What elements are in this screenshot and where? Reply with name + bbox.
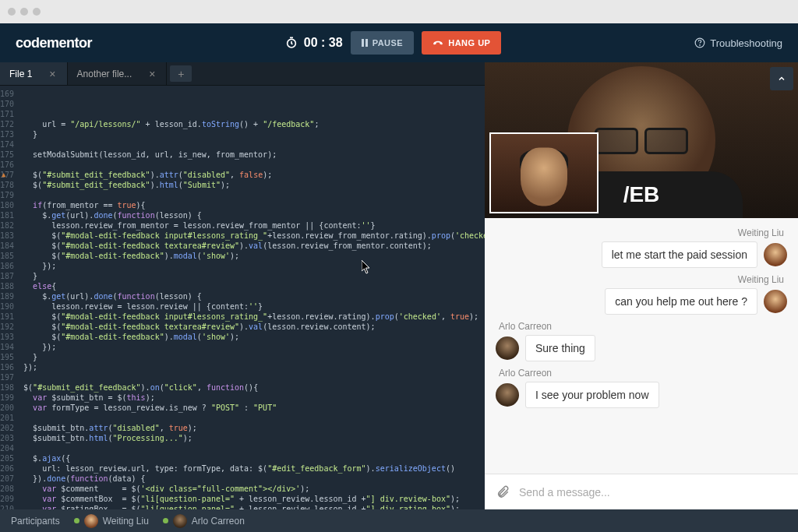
code-line[interactable]: } <box>23 129 485 139</box>
code-line[interactable]: $("#modal-edit-feedback input#lessons_ra… <box>23 231 485 241</box>
main-layout: File 1×Another file...×+ 169170171172173… <box>0 62 798 509</box>
fold-icon[interactable]: - <box>2 261 5 271</box>
warning-icon[interactable]: ▲ <box>2 170 5 180</box>
code-line[interactable]: var $submit_btn = $(this); <box>23 393 485 403</box>
code-line[interactable]: if(from_mentor == true){ <box>23 200 485 210</box>
code-line[interactable]: $submit_btn.html("Processing..."); <box>23 433 485 443</box>
avatar[interactable] <box>764 290 787 313</box>
chat-message-group: Weiting Liulet me start the paid session <box>496 227 787 268</box>
code-line[interactable]: var $commentBox = $("li[question-panel="… <box>23 494 485 504</box>
code-line[interactable] <box>23 160 485 170</box>
fold-icon[interactable]: - <box>2 180 5 190</box>
fold-icon[interactable]: - <box>2 352 5 362</box>
editor-tab[interactable]: File 1× <box>0 62 68 85</box>
window-close-dot[interactable] <box>8 8 16 16</box>
line-number: 197 <box>0 372 14 382</box>
code-line[interactable] <box>23 413 485 423</box>
line-number: 193 <box>0 332 14 342</box>
hangup-button[interactable]: HANG UP <box>422 31 501 55</box>
line-number: 188 <box>0 281 14 291</box>
code-line[interactable]: lesson.review_from_mentor = lesson.revie… <box>23 220 485 231</box>
code-line[interactable]: var $comment = $('<div class="full-comme… <box>23 484 485 494</box>
code-line[interactable]: $.get(url).done(function(lesson) { <box>23 210 485 220</box>
window-maximize-dot[interactable] <box>33 8 41 16</box>
code-line[interactable]: lesson.review = lesson.review || {conten… <box>23 301 485 312</box>
code-line[interactable]: }); <box>23 362 485 372</box>
chat-message-group: Arlo CarreonSure thing <box>496 321 787 361</box>
chat-sender-name: Weiting Liu <box>735 274 787 285</box>
code-line[interactable] <box>23 190 485 200</box>
code-line[interactable]: $("#submit_edit_feedback").attr("disable… <box>23 170 485 180</box>
avatar[interactable] <box>496 383 519 407</box>
code-line[interactable] <box>23 443 485 453</box>
code-line[interactable]: }); <box>23 261 485 271</box>
chat-message-input[interactable] <box>519 486 787 499</box>
line-number: 190 <box>0 301 14 312</box>
fold-icon[interactable]: - <box>2 423 5 433</box>
code-line[interactable]: } <box>23 352 485 362</box>
pause-icon <box>362 39 368 47</box>
line-number: 210 <box>0 504 14 509</box>
code-body[interactable]: url = "/api/lessons/" + lesson_id.toStri… <box>19 86 485 509</box>
line-number: 208 <box>0 484 14 494</box>
code-line[interactable]: url: lesson_review.url, type: formType, … <box>23 463 485 474</box>
code-line[interactable]: $("#modal-edit-feedback textarea#review"… <box>23 322 485 332</box>
status-dot-icon <box>74 518 79 523</box>
code-line[interactable]: var $ratingBox = $("li[question-panel=" … <box>23 504 485 509</box>
line-number: 201 <box>0 413 14 423</box>
code-line[interactable]: setModalSubmit(lesson_id, url, is_new, f… <box>23 150 485 160</box>
video-self-pip[interactable] <box>489 132 598 213</box>
line-number: 206 <box>0 463 14 474</box>
code-line[interactable]: $.ajax({ <box>23 453 485 463</box>
code-line[interactable]: $("#submit_edit_feedback").on("click", f… <box>23 382 485 393</box>
code-line[interactable]: else{ <box>23 281 485 291</box>
avatar[interactable] <box>764 243 787 266</box>
line-number: 183 <box>0 231 14 241</box>
video-panel: /EB <box>485 62 798 218</box>
chat-bubble: I see your problem now <box>525 382 659 408</box>
participant-item[interactable]: Arlo Carreon <box>163 514 245 528</box>
chat-sender-name: Weiting Liu <box>735 227 787 238</box>
tab-close-icon[interactable]: × <box>48 68 57 80</box>
collapse-video-button[interactable] <box>770 67 793 90</box>
code-line[interactable]: }); <box>23 342 485 352</box>
attachment-icon[interactable] <box>496 485 510 499</box>
session-timer: 00 : 38 <box>285 36 343 50</box>
line-number: 209 <box>0 494 14 504</box>
code-line[interactable] <box>23 139 485 150</box>
line-number: 174 <box>0 139 14 150</box>
code-line[interactable]: $submit_btn.attr("disabled", true); <box>23 423 485 433</box>
code-line[interactable]: $("#modal-edit-feedback input#lessons_ra… <box>23 312 485 322</box>
line-number: 176 <box>0 160 14 170</box>
participant-item[interactable]: Weiting Liu <box>74 514 149 528</box>
line-number: 205 <box>0 453 14 463</box>
code-area[interactable]: 169170171172173174175176▲177-17817918018… <box>0 86 485 509</box>
app-header: codementor 00 : 38 PAUSE HANG UP Trouble… <box>0 23 798 62</box>
pause-button[interactable]: PAUSE <box>351 31 415 55</box>
line-number: ▲177 <box>0 170 14 180</box>
code-line[interactable]: $.get(url).done(function(lesson) { <box>23 291 485 301</box>
code-line[interactable]: $("#modal-edit-feedback textarea#review"… <box>23 241 485 251</box>
browser-chrome <box>0 0 798 23</box>
code-line[interactable]: url = "/api/lessons/" + lesson_id.toStri… <box>23 119 485 129</box>
avatar[interactable] <box>496 336 519 360</box>
line-number: 189 <box>0 291 14 301</box>
code-line[interactable]: } <box>23 271 485 281</box>
code-line[interactable]: $("#modal-edit-feedback").modal('show'); <box>23 251 485 261</box>
troubleshooting-link[interactable]: Troubleshooting <box>694 37 782 49</box>
line-number: 181 <box>0 210 14 220</box>
code-line[interactable]: var formType = lesson_review.is_new ? "P… <box>23 403 485 413</box>
tab-close-icon[interactable]: × <box>147 68 157 80</box>
line-number: 194 <box>0 342 14 352</box>
participant-name: Arlo Carreon <box>192 516 245 527</box>
line-number: 184 <box>0 241 14 251</box>
window-minimize-dot[interactable] <box>20 8 28 16</box>
code-line[interactable]: $("#submit_edit_feedback").html("Submit"… <box>23 180 485 190</box>
code-line[interactable]: $("#modal-edit-feedback").modal('show'); <box>23 332 485 342</box>
chat-messages[interactable]: Weiting Liulet me start the paid session… <box>485 218 798 474</box>
code-line[interactable] <box>23 372 485 382</box>
fold-icon[interactable]: - <box>2 251 5 261</box>
editor-tab[interactable]: Another file...× <box>68 62 168 85</box>
code-line[interactable]: }).done(function(data) { <box>23 474 485 484</box>
add-tab-button[interactable]: + <box>170 65 192 82</box>
